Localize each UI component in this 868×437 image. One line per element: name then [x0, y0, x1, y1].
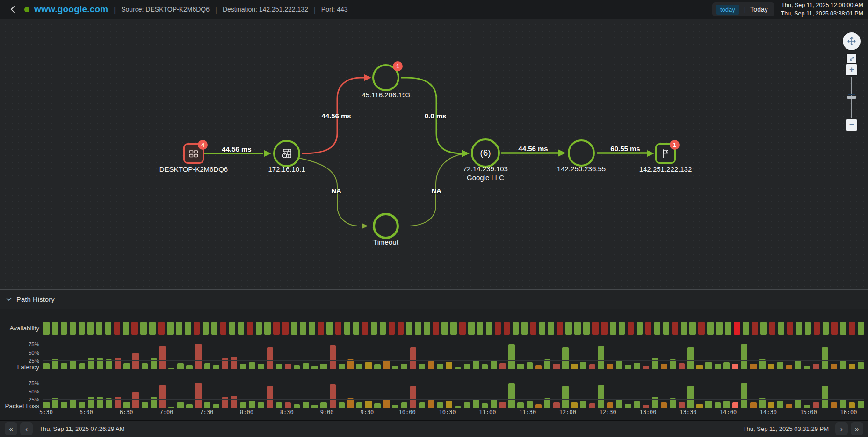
- packet-loss-bar[interactable]: [589, 403, 596, 408]
- packet-loss-bar[interactable]: [741, 383, 748, 408]
- packet-loss-bar[interactable]: [61, 402, 67, 408]
- packet-loss-bar[interactable]: [231, 396, 238, 408]
- latency-bar[interactable]: [428, 361, 434, 369]
- latency-bar[interactable]: [347, 359, 354, 369]
- availability-bar[interactable]: [672, 322, 679, 335]
- latency-bar[interactable]: [741, 344, 748, 369]
- availability-bar[interactable]: [158, 322, 165, 335]
- packet-loss-bar[interactable]: [580, 401, 586, 408]
- packet-loss-bar[interactable]: [696, 404, 703, 408]
- node-source-device[interactable]: 4: [183, 143, 204, 164]
- packet-loss-bar[interactable]: [607, 402, 614, 408]
- latency-bar[interactable]: [374, 364, 381, 369]
- zoom-slider-handle[interactable]: [847, 96, 856, 99]
- packet-loss-bar[interactable]: [768, 402, 774, 408]
- availability-bar[interactable]: [415, 322, 421, 335]
- availability-bar[interactable]: [468, 322, 475, 335]
- latency-bar[interactable]: [679, 363, 685, 369]
- latency-bar[interactable]: [473, 360, 479, 369]
- availability-bar[interactable]: [61, 322, 67, 335]
- latency-bar[interactable]: [491, 360, 497, 369]
- latency-bar[interactable]: [696, 365, 703, 369]
- availability-bar[interactable]: [725, 322, 731, 335]
- availability-bar[interactable]: [539, 322, 546, 335]
- latency-bar[interactable]: [705, 362, 712, 369]
- packet-loss-bar[interactable]: [598, 385, 605, 408]
- availability-bar[interactable]: [203, 322, 209, 335]
- packet-loss-bar[interactable]: [330, 384, 336, 408]
- latency-bar[interactable]: [330, 345, 336, 369]
- latency-bar[interactable]: [115, 358, 121, 369]
- node-hop-142-250-236-55[interactable]: [568, 139, 595, 167]
- packet-loss-bar[interactable]: [177, 402, 184, 408]
- packet-loss-bar[interactable]: [303, 402, 309, 408]
- availability-bar[interactable]: [796, 322, 803, 335]
- availability-bar[interactable]: [521, 322, 528, 335]
- latency-bar[interactable]: [634, 363, 640, 369]
- availability-bar[interactable]: [309, 322, 315, 335]
- packet-loss-bar[interactable]: [517, 402, 524, 408]
- availability-bar[interactable]: [424, 322, 430, 335]
- availability-bar[interactable]: [79, 322, 85, 335]
- availability-bar[interactable]: [264, 322, 271, 335]
- latency-bar[interactable]: [813, 364, 819, 369]
- availability-bar[interactable]: [291, 322, 297, 335]
- availability-bar[interactable]: [96, 322, 103, 335]
- availability-bar[interactable]: [689, 322, 696, 335]
- packet-loss-bar[interactable]: [356, 402, 363, 408]
- latency-bar[interactable]: [607, 364, 614, 369]
- packet-loss-bar[interactable]: [132, 392, 139, 408]
- availability-bar[interactable]: [743, 322, 749, 335]
- latency-bar[interactable]: [822, 347, 828, 369]
- availability-bar[interactable]: [450, 322, 457, 335]
- node-timeout[interactable]: [373, 213, 399, 239]
- packet-loss-bar[interactable]: [562, 386, 569, 408]
- latency-bar[interactable]: [786, 365, 793, 369]
- packet-loss-bar[interactable]: [535, 404, 542, 408]
- latency-bar[interactable]: [795, 360, 802, 369]
- latency-bar[interactable]: [759, 359, 766, 369]
- packet-loss-bar[interactable]: [786, 404, 793, 408]
- latency-bar[interactable]: [195, 344, 202, 369]
- packet-loss-bar[interactable]: [446, 401, 452, 408]
- availability-bar[interactable]: [176, 322, 182, 335]
- zoom-out-button[interactable]: −: [846, 119, 857, 131]
- packet-loss-bar[interactable]: [527, 401, 533, 408]
- latency-bar[interactable]: [527, 362, 533, 369]
- availability-bar[interactable]: [433, 322, 439, 335]
- availability-bar[interactable]: [318, 322, 324, 335]
- latency-bar[interactable]: [437, 364, 443, 369]
- latency-bar[interactable]: [840, 360, 846, 369]
- availability-bar[interactable]: [43, 322, 50, 335]
- packet-loss-bar[interactable]: [428, 400, 434, 408]
- availability-bar[interactable]: [814, 322, 820, 335]
- packet-loss-bar[interactable]: [267, 386, 274, 408]
- availability-bar[interactable]: [583, 322, 590, 335]
- packet-loss-bar[interactable]: [795, 399, 802, 408]
- availability-bar[interactable]: [220, 322, 227, 335]
- latency-bar[interactable]: [482, 364, 488, 369]
- packet-loss-bar[interactable]: [723, 401, 730, 408]
- packet-loss-bar[interactable]: [88, 397, 94, 408]
- latency-bar[interactable]: [715, 364, 721, 369]
- latency-bar[interactable]: [544, 359, 551, 369]
- zoom-in-button[interactable]: +: [846, 64, 857, 75]
- node-hop-172-16-10-1[interactable]: [273, 140, 300, 167]
- latency-bar[interactable]: [97, 358, 103, 369]
- availability-bar[interactable]: [698, 322, 705, 335]
- packet-loss-bar[interactable]: [70, 399, 76, 408]
- fit-view-button[interactable]: [847, 54, 856, 63]
- latency-bar[interactable]: [339, 364, 345, 369]
- latency-bar[interactable]: [356, 364, 363, 369]
- packet-loss-bar[interactable]: [634, 401, 640, 408]
- node-hop-45-116-206-193[interactable]: 1: [372, 64, 399, 91]
- availability-bar[interactable]: [326, 322, 333, 335]
- packet-loss-bar[interactable]: [750, 402, 757, 408]
- packet-loss-bar[interactable]: [392, 405, 398, 408]
- latency-bar[interactable]: [598, 346, 605, 369]
- packet-loss-bar[interactable]: [258, 402, 264, 408]
- availability-bar[interactable]: [663, 322, 670, 335]
- latency-bar[interactable]: [777, 362, 784, 369]
- latency-bar[interactable]: [222, 358, 229, 369]
- latency-bar[interactable]: [186, 365, 193, 369]
